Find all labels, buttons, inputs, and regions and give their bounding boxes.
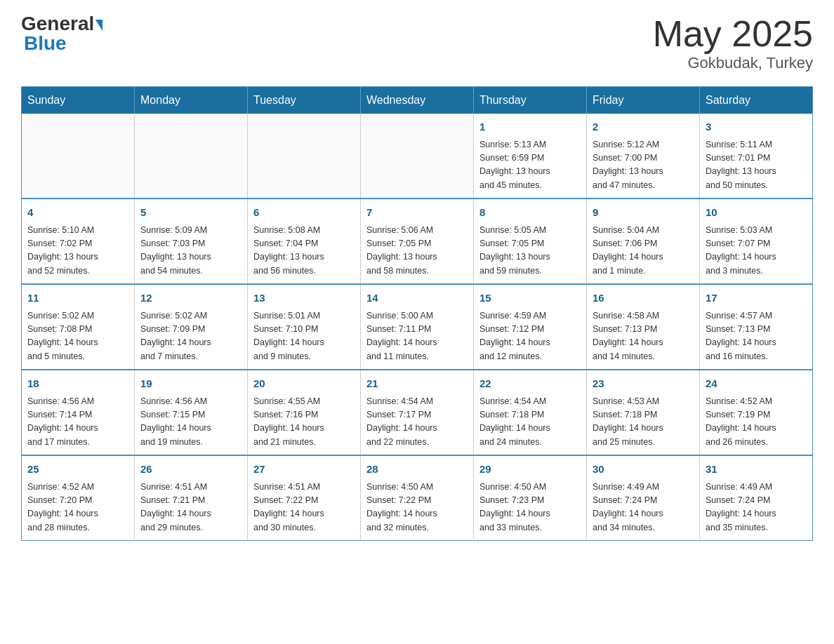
day-info: Sunrise: 4:59 AM Sunset: 7:12 PM Dayligh…: [479, 309, 581, 364]
day-number: 19: [140, 376, 241, 392]
day-info: Sunrise: 4:51 AM Sunset: 7:22 PM Dayligh…: [253, 481, 355, 535]
calendar-cell: 29Sunrise: 4:50 AM Sunset: 7:23 PM Dayli…: [474, 455, 587, 541]
day-number: 13: [253, 290, 355, 307]
day-info: Sunrise: 5:03 AM Sunset: 7:07 PM Dayligh…: [706, 224, 807, 279]
day-info: Sunrise: 5:02 AM Sunset: 7:08 PM Dayligh…: [27, 309, 128, 364]
calendar-week-1: 1Sunrise: 5:13 AM Sunset: 6:59 PM Daylig…: [22, 114, 813, 199]
day-info: Sunrise: 4:50 AM Sunset: 7:22 PM Dayligh…: [366, 481, 468, 535]
day-info: Sunrise: 4:56 AM Sunset: 7:15 PM Dayligh…: [140, 395, 241, 450]
day-info: Sunrise: 5:11 AM Sunset: 7:01 PM Dayligh…: [706, 138, 807, 193]
weekday-header-wednesday: Wednesday: [361, 87, 474, 114]
day-number: 16: [593, 290, 694, 307]
calendar-body: 1Sunrise: 5:13 AM Sunset: 6:59 PM Daylig…: [22, 114, 813, 541]
calendar-header: SundayMondayTuesdayWednesdayThursdayFrid…: [22, 87, 813, 114]
calendar-cell: 13Sunrise: 5:01 AM Sunset: 7:10 PM Dayli…: [248, 284, 361, 370]
day-info: Sunrise: 4:50 AM Sunset: 7:23 PM Dayligh…: [479, 481, 581, 535]
calendar-cell: 27Sunrise: 4:51 AM Sunset: 7:22 PM Dayli…: [248, 455, 361, 541]
calendar-cell: [248, 114, 361, 199]
day-number: 18: [27, 376, 128, 392]
weekday-header-row: SundayMondayTuesdayWednesdayThursdayFrid…: [22, 87, 813, 114]
day-number: 2: [593, 119, 694, 135]
day-number: 30: [593, 462, 694, 478]
day-info: Sunrise: 4:52 AM Sunset: 7:20 PM Dayligh…: [27, 481, 128, 535]
day-number: 15: [479, 290, 581, 307]
calendar-cell: 28Sunrise: 4:50 AM Sunset: 7:22 PM Dayli…: [361, 455, 474, 541]
calendar-week-4: 18Sunrise: 4:56 AM Sunset: 7:14 PM Dayli…: [22, 370, 813, 455]
day-number: 27: [253, 462, 355, 478]
day-info: Sunrise: 4:57 AM Sunset: 7:13 PM Dayligh…: [706, 309, 807, 364]
calendar-cell: 31Sunrise: 4:49 AM Sunset: 7:24 PM Dayli…: [700, 455, 813, 541]
day-info: Sunrise: 4:54 AM Sunset: 7:18 PM Dayligh…: [479, 395, 581, 450]
page-header: General Blue May 2025 Gokbudak, Turkey: [21, 14, 813, 72]
day-info: Sunrise: 4:52 AM Sunset: 7:19 PM Dayligh…: [706, 395, 807, 450]
logo-triangle-icon: [95, 20, 102, 31]
day-info: Sunrise: 4:58 AM Sunset: 7:13 PM Dayligh…: [593, 309, 694, 364]
day-number: 11: [27, 290, 128, 307]
calendar-cell: 14Sunrise: 5:00 AM Sunset: 7:11 PM Dayli…: [361, 284, 474, 370]
calendar-cell: 17Sunrise: 4:57 AM Sunset: 7:13 PM Dayli…: [700, 284, 813, 370]
calendar-cell: 25Sunrise: 4:52 AM Sunset: 7:20 PM Dayli…: [22, 455, 135, 541]
day-info: Sunrise: 4:49 AM Sunset: 7:24 PM Dayligh…: [593, 481, 694, 535]
calendar-cell: 1Sunrise: 5:13 AM Sunset: 6:59 PM Daylig…: [474, 114, 587, 199]
day-info: Sunrise: 5:06 AM Sunset: 7:05 PM Dayligh…: [366, 224, 468, 279]
calendar-cell: 19Sunrise: 4:56 AM Sunset: 7:15 PM Dayli…: [135, 370, 248, 455]
day-info: Sunrise: 5:05 AM Sunset: 7:05 PM Dayligh…: [479, 224, 581, 279]
day-info: Sunrise: 5:00 AM Sunset: 7:11 PM Dayligh…: [366, 309, 468, 364]
logo: General Blue: [21, 14, 102, 53]
day-number: 28: [366, 462, 468, 478]
day-number: 5: [140, 205, 241, 221]
calendar-cell: 7Sunrise: 5:06 AM Sunset: 7:05 PM Daylig…: [361, 199, 474, 284]
day-info: Sunrise: 5:02 AM Sunset: 7:09 PM Dayligh…: [140, 309, 241, 364]
day-number: 1: [479, 119, 581, 135]
day-number: 17: [706, 290, 807, 307]
day-info: Sunrise: 5:09 AM Sunset: 7:03 PM Dayligh…: [140, 224, 241, 279]
day-info: Sunrise: 5:08 AM Sunset: 7:04 PM Dayligh…: [253, 224, 355, 279]
calendar-cell: 20Sunrise: 4:55 AM Sunset: 7:16 PM Dayli…: [248, 370, 361, 455]
calendar-cell: [135, 114, 248, 199]
calendar-cell: 11Sunrise: 5:02 AM Sunset: 7:08 PM Dayli…: [22, 284, 135, 370]
calendar-cell: 4Sunrise: 5:10 AM Sunset: 7:02 PM Daylig…: [22, 199, 135, 284]
day-number: 23: [593, 376, 694, 392]
day-number: 4: [27, 205, 128, 221]
day-number: 3: [706, 119, 807, 135]
day-number: 24: [706, 376, 807, 392]
logo-general-text: General: [21, 14, 102, 34]
weekday-header-saturday: Saturday: [700, 87, 813, 114]
calendar-cell: 10Sunrise: 5:03 AM Sunset: 7:07 PM Dayli…: [700, 199, 813, 284]
calendar-cell: 18Sunrise: 4:56 AM Sunset: 7:14 PM Dayli…: [22, 370, 135, 455]
day-number: 9: [593, 205, 694, 221]
calendar-cell: 5Sunrise: 5:09 AM Sunset: 7:03 PM Daylig…: [135, 199, 248, 284]
calendar-cell: 3Sunrise: 5:11 AM Sunset: 7:01 PM Daylig…: [700, 114, 813, 199]
calendar-location: Gokbudak, Turkey: [653, 54, 813, 72]
day-info: Sunrise: 4:49 AM Sunset: 7:24 PM Dayligh…: [706, 481, 807, 535]
day-number: 8: [479, 205, 581, 221]
weekday-header-sunday: Sunday: [22, 87, 135, 114]
day-number: 26: [140, 462, 241, 478]
weekday-header-tuesday: Tuesday: [248, 87, 361, 114]
day-number: 7: [366, 205, 468, 221]
title-block: May 2025 Gokbudak, Turkey: [653, 14, 813, 72]
day-number: 21: [366, 376, 468, 392]
calendar-cell: 9Sunrise: 5:04 AM Sunset: 7:06 PM Daylig…: [587, 199, 700, 284]
calendar-week-3: 11Sunrise: 5:02 AM Sunset: 7:08 PM Dayli…: [22, 284, 813, 370]
day-info: Sunrise: 5:13 AM Sunset: 6:59 PM Dayligh…: [479, 138, 581, 193]
calendar-cell: 12Sunrise: 5:02 AM Sunset: 7:09 PM Dayli…: [135, 284, 248, 370]
day-number: 14: [366, 290, 468, 307]
day-info: Sunrise: 5:01 AM Sunset: 7:10 PM Dayligh…: [253, 309, 355, 364]
logo-blue-text: Blue: [24, 34, 67, 53]
calendar-week-5: 25Sunrise: 4:52 AM Sunset: 7:20 PM Dayli…: [22, 455, 813, 541]
day-number: 10: [706, 205, 807, 221]
calendar-cell: 26Sunrise: 4:51 AM Sunset: 7:21 PM Dayli…: [135, 455, 248, 541]
day-number: 25: [27, 462, 128, 478]
calendar-cell: [22, 114, 135, 199]
calendar-cell: 30Sunrise: 4:49 AM Sunset: 7:24 PM Dayli…: [587, 455, 700, 541]
day-number: 29: [479, 462, 581, 478]
calendar-cell: 21Sunrise: 4:54 AM Sunset: 7:17 PM Dayli…: [361, 370, 474, 455]
weekday-header-thursday: Thursday: [474, 87, 587, 114]
calendar-cell: 6Sunrise: 5:08 AM Sunset: 7:04 PM Daylig…: [248, 199, 361, 284]
calendar-cell: [361, 114, 474, 199]
day-number: 20: [253, 376, 355, 392]
calendar-cell: 23Sunrise: 4:53 AM Sunset: 7:18 PM Dayli…: [587, 370, 700, 455]
day-info: Sunrise: 5:12 AM Sunset: 7:00 PM Dayligh…: [593, 138, 694, 193]
day-number: 12: [140, 290, 241, 307]
